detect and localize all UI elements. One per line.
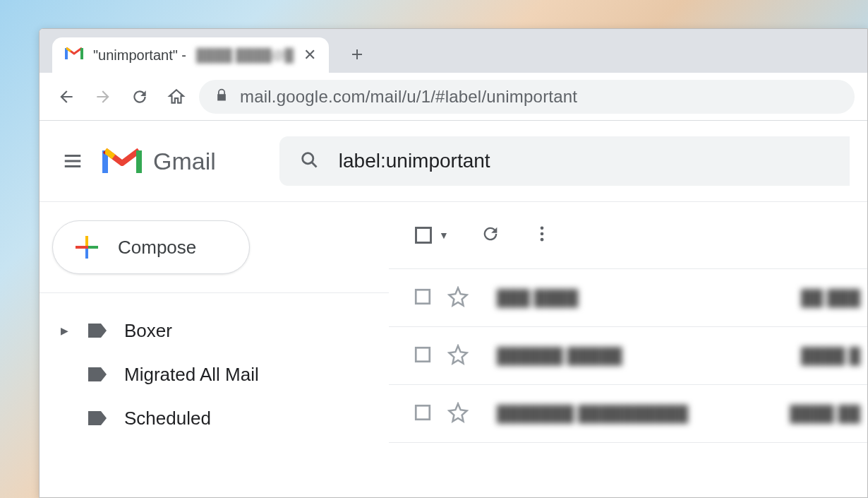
tab-strip: "unimportant" - ████ ████@█ ✕ — [40, 29, 867, 73]
gmail-logo[interactable]: Gmail — [102, 146, 216, 176]
home-button[interactable] — [162, 83, 191, 111]
svg-point-6 — [541, 227, 544, 230]
gmail-product-name: Gmail — [153, 148, 216, 175]
close-tab-icon[interactable]: ✕ — [303, 46, 316, 64]
mail-row[interactable]: ███ ████ ██ ███ — [389, 269, 867, 327]
gmail-header: Gmail label:unimportant — [40, 121, 867, 202]
new-tab-button[interactable] — [342, 39, 373, 70]
omnibox[interactable]: mail.google.com/mail/u/1/#label/unimport… — [199, 80, 855, 114]
svg-point-0 — [302, 153, 313, 164]
sidebar-label-migrated[interactable]: ▶ Migrated All Mail — [40, 352, 389, 396]
svg-rect-9 — [416, 290, 430, 304]
search-box[interactable]: label:unimportant — [279, 136, 850, 186]
subject-blurred: ██ ███ — [718, 289, 867, 307]
mail-row[interactable]: ██████ █████ ████ █ — [389, 327, 867, 385]
sidebar-label-boxer[interactable]: ▶ Boxer — [40, 309, 389, 352]
sidebar: Compose ▶ Boxer ▶ Migrated All Mail — [40, 202, 389, 497]
search-icon — [299, 150, 319, 172]
address-bar-row: mail.google.com/mail/u/1/#label/unimport… — [40, 73, 867, 121]
more-button[interactable] — [532, 224, 552, 247]
sidebar-label-scheduled[interactable]: ▶ Scheduled — [40, 396, 389, 440]
row-checkbox[interactable] — [414, 403, 432, 425]
select-all-dropdown[interactable]: ▼ — [414, 225, 449, 245]
label-name: Migrated All Mail — [124, 364, 259, 386]
star-icon[interactable] — [447, 344, 469, 368]
mail-pane: ▼ ███ ████ ██ ███ — [389, 202, 867, 497]
label-icon — [88, 367, 107, 382]
lock-icon — [215, 88, 229, 105]
search-query-text: label:unimportant — [339, 150, 490, 172]
svg-rect-10 — [416, 348, 430, 362]
sender-blurred: ███ ████ — [484, 289, 703, 307]
label-name: Boxer — [124, 320, 172, 342]
compose-button[interactable]: Compose — [52, 220, 250, 274]
refresh-button[interactable] — [481, 224, 500, 247]
subject-blurred: ████ ██ — [718, 405, 867, 423]
compose-label: Compose — [118, 237, 196, 259]
label-icon — [88, 323, 107, 338]
back-button[interactable] — [52, 83, 80, 111]
gmail-favicon — [65, 47, 83, 64]
svg-rect-4 — [88, 246, 98, 249]
chevron-down-icon: ▼ — [439, 230, 449, 241]
label-icon — [88, 410, 107, 426]
url-text: mail.google.com/mail/u/1/#label/unimport… — [240, 87, 577, 107]
browser-window: "unimportant" - ████ ████@█ ✕ mail.googl… — [39, 28, 868, 498]
browser-tab[interactable]: "unimportant" - ████ ████@█ ✕ — [52, 37, 329, 73]
row-checkbox[interactable] — [414, 287, 432, 309]
sender-blurred: ██████ █████ — [484, 347, 703, 365]
expand-caret-icon[interactable]: ▶ — [61, 325, 71, 336]
forward-button[interactable] — [89, 83, 117, 111]
sender-blurred: ███████ ██████████ — [484, 405, 703, 423]
subject-blurred: ████ █ — [718, 347, 867, 365]
mail-toolbar: ▼ — [389, 202, 867, 269]
tab-title: "unimportant" - — [93, 47, 186, 64]
star-icon[interactable] — [447, 402, 469, 426]
main-menu-button[interactable] — [57, 146, 88, 177]
svg-rect-3 — [85, 236, 88, 246]
labels-list: ▶ Boxer ▶ Migrated All Mail ▶ — [40, 293, 389, 440]
reload-button[interactable] — [126, 83, 154, 111]
svg-rect-5 — [416, 228, 431, 243]
mail-list: ███ ████ ██ ███ ██████ █████ ████ █ ████… — [389, 269, 867, 497]
gmail-body: Compose ▶ Boxer ▶ Migrated All Mail — [40, 202, 867, 497]
mail-row[interactable]: ███████ ██████████ ████ ██ — [389, 385, 867, 443]
svg-point-7 — [541, 232, 544, 236]
svg-point-8 — [541, 238, 544, 242]
star-icon[interactable] — [447, 286, 469, 310]
compose-section: Compose — [40, 202, 389, 293]
label-name: Scheduled — [124, 408, 211, 429]
svg-rect-11 — [416, 405, 430, 420]
row-checkbox[interactable] — [414, 345, 432, 367]
tab-account-blurred: ████ ████@█ — [196, 48, 294, 63]
